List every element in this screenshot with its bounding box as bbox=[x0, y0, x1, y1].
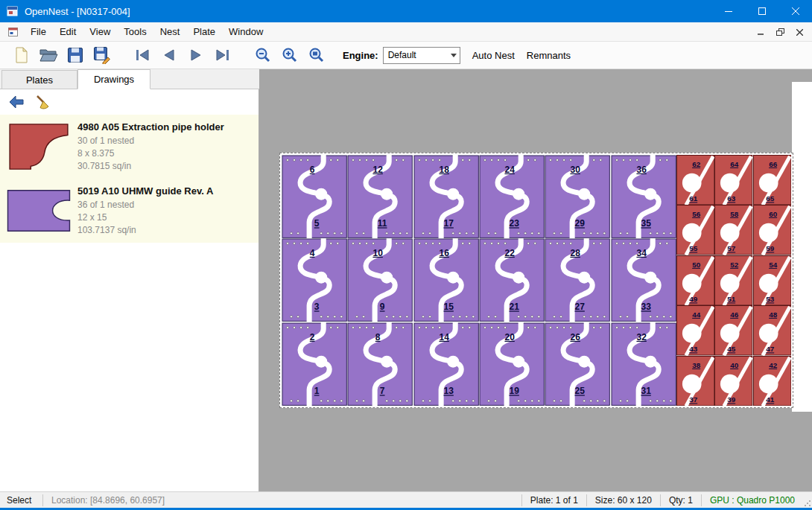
nested-part-pair-purple[interactable]: 12 11 bbox=[347, 155, 413, 238]
part-number: 63 bbox=[728, 194, 736, 203]
remnants-button[interactable]: Remnants bbox=[527, 50, 571, 61]
part-number: 10 bbox=[373, 248, 384, 258]
nav-first-icon[interactable] bbox=[131, 44, 153, 66]
part-number: 29 bbox=[575, 218, 586, 229]
part-number: 18 bbox=[439, 165, 449, 175]
nested-part-pair-red[interactable]: 60 59 bbox=[753, 205, 791, 255]
nested-part-pair-red[interactable]: 40 39 bbox=[714, 356, 752, 406]
menu-view[interactable]: View bbox=[83, 23, 117, 40]
nested-part-pair-purple[interactable]: 6 5 bbox=[282, 155, 347, 238]
nested-part-pair-purple[interactable]: 34 33 bbox=[611, 238, 676, 322]
mdi-close-icon[interactable] bbox=[791, 25, 808, 39]
status-gpu: GPU : Quadro P1000 bbox=[703, 495, 802, 506]
auto-nest-button[interactable]: Auto Nest bbox=[472, 50, 515, 61]
zoom-in-icon[interactable] bbox=[279, 44, 301, 66]
nested-part-pair-red[interactable]: 58 57 bbox=[714, 205, 752, 255]
menu-window[interactable]: Window bbox=[222, 23, 270, 40]
title-bar[interactable]: OpenNest - [N0317-004] bbox=[0, 0, 812, 22]
resize-grip[interactable] bbox=[802, 492, 812, 508]
mdi-restore-icon[interactable] bbox=[772, 25, 788, 39]
nested-part-pair-red[interactable]: 50 49 bbox=[676, 255, 714, 305]
part-number: 50 bbox=[692, 261, 700, 269]
part-number: 19 bbox=[509, 386, 519, 396]
mdi-minimize-icon[interactable] bbox=[752, 25, 769, 39]
nav-last-icon[interactable] bbox=[212, 44, 234, 66]
menu-nest[interactable]: Nest bbox=[153, 23, 187, 40]
save-as-icon[interactable] bbox=[91, 44, 113, 66]
left-tabstrip: Plates Drawings bbox=[0, 69, 259, 89]
nest-canvas[interactable]: 6 5 12 11 18 17 bbox=[259, 69, 812, 491]
tab-drawings[interactable]: Drawings bbox=[77, 69, 150, 89]
part-number: 66 bbox=[769, 160, 777, 168]
nested-part-pair-purple[interactable]: 24 23 bbox=[479, 155, 545, 238]
nested-part-pair-purple[interactable]: 8 7 bbox=[347, 322, 413, 406]
part-number: 44 bbox=[692, 310, 700, 319]
nested-part-pair-purple[interactable]: 14 13 bbox=[413, 322, 479, 406]
nested-part-pair-red[interactable]: 66 65 bbox=[753, 155, 791, 205]
nested-part-pair-red[interactable]: 46 45 bbox=[714, 305, 752, 355]
nested-part-pair-red[interactable]: 48 47 bbox=[753, 305, 791, 355]
nested-part-pair-red[interactable]: 44 43 bbox=[676, 305, 714, 355]
open-icon[interactable] bbox=[37, 44, 60, 66]
part-number: 5 bbox=[314, 218, 320, 229]
nested-part-pair-purple[interactable]: 22 21 bbox=[479, 238, 545, 322]
zoom-out-icon[interactable] bbox=[252, 44, 274, 66]
nested-part-pair-red[interactable]: 54 53 bbox=[753, 255, 791, 305]
canvas-scrollbar[interactable] bbox=[792, 82, 812, 412]
nested-part-pair-red[interactable]: 52 51 bbox=[714, 255, 752, 305]
nav-prev-icon[interactable] bbox=[158, 44, 180, 66]
zoom-fit-icon[interactable] bbox=[305, 44, 328, 66]
part-number: 21 bbox=[509, 302, 519, 313]
nested-part-pair-purple[interactable]: 20 19 bbox=[479, 322, 545, 406]
tab-plates[interactable]: Plates bbox=[1, 70, 77, 89]
nested-part-pair-purple[interactable]: 18 17 bbox=[413, 155, 479, 238]
nested-part-pair-purple[interactable]: 26 25 bbox=[545, 322, 610, 406]
nested-part-pair-purple[interactable]: 4 3 bbox=[282, 238, 347, 322]
part-number: 35 bbox=[641, 218, 651, 229]
nested-part-pair-purple[interactable]: 2 1 bbox=[282, 322, 347, 406]
part-number: 56 bbox=[692, 210, 700, 218]
drawing-nested-count: 36 of 1 nested bbox=[77, 199, 258, 211]
engine-select[interactable]: Default bbox=[383, 47, 460, 64]
window-title: OpenNest - [N0317-004] bbox=[25, 6, 130, 17]
part-number: 54 bbox=[769, 261, 777, 269]
nested-part-pair-purple[interactable]: 32 31 bbox=[611, 322, 676, 406]
clean-broom-icon[interactable] bbox=[33, 92, 54, 112]
drawings-panel-toolbar bbox=[0, 89, 258, 115]
nested-part-pair-red[interactable]: 42 41 bbox=[753, 356, 791, 406]
back-arrow-icon[interactable] bbox=[6, 92, 27, 112]
drawing-size: 8 x 8.375 bbox=[77, 147, 258, 160]
nested-part-pair-red[interactable]: 38 37 bbox=[676, 356, 714, 406]
nested-part-pair-purple[interactable]: 30 29 bbox=[545, 155, 610, 238]
part-number: 65 bbox=[766, 194, 774, 203]
close-icon[interactable] bbox=[778, 0, 812, 22]
menu-plate[interactable]: Plate bbox=[186, 23, 222, 40]
save-icon[interactable] bbox=[64, 44, 86, 66]
maximize-icon[interactable] bbox=[745, 0, 778, 22]
part-number: 36 bbox=[636, 165, 647, 175]
nested-part-pair-purple[interactable]: 16 15 bbox=[413, 238, 479, 322]
part-number: 34 bbox=[636, 248, 647, 258]
minimize-icon[interactable] bbox=[711, 0, 745, 22]
part-number: 6 bbox=[310, 165, 315, 175]
nav-next-icon[interactable] bbox=[185, 44, 207, 66]
nested-part-pair-red[interactable]: 64 63 bbox=[714, 155, 752, 205]
new-icon[interactable] bbox=[10, 44, 33, 66]
menu-file[interactable]: File bbox=[24, 23, 53, 40]
document-icon[interactable] bbox=[7, 26, 19, 38]
nested-part-pair-purple[interactable]: 36 35 bbox=[611, 155, 676, 238]
status-size: Size: 60 x 120 bbox=[589, 495, 659, 506]
nested-part-pair-purple[interactable]: 28 27 bbox=[545, 238, 610, 322]
status-mode: Select bbox=[0, 495, 41, 506]
nested-part-pair-purple[interactable]: 10 9 bbox=[347, 238, 413, 322]
nested-part-pair-red[interactable]: 62 61 bbox=[676, 155, 714, 205]
drawing-title: 5019 A10 UHMW guide Rev. A bbox=[77, 185, 258, 197]
nested-part-pair-red[interactable]: 56 55 bbox=[676, 205, 714, 255]
red-parts-grid: 62 61 64 63 66 65 56 55 58 57 60 59 50 4 bbox=[676, 155, 791, 406]
drawing-item-2[interactable]: 5019 A10 UHMW guide Rev. A 36 of 1 neste… bbox=[0, 179, 258, 243]
part-number: 26 bbox=[571, 332, 581, 342]
drawing-item-1[interactable]: 4980 A05 Extraction pipe holder 30 of 1 … bbox=[0, 115, 258, 179]
plate[interactable]: 6 5 12 11 18 17 bbox=[279, 153, 793, 408]
menu-tools[interactable]: Tools bbox=[117, 23, 153, 40]
menu-edit[interactable]: Edit bbox=[53, 23, 83, 40]
